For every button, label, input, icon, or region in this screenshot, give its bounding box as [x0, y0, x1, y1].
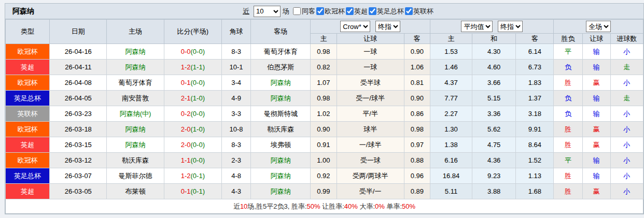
home-team-cell: 阿森纳 [107, 122, 164, 137]
filter-fa-cup[interactable]: 英足总杯 [368, 7, 404, 16]
handicap-cell: 一球 [337, 60, 404, 75]
result-cell: 胜 [554, 122, 582, 137]
filter-label[interactable]: 英超 [354, 7, 368, 16]
match-stats-panel: 阿森纳 近 10 场 同客 欧冠杯英超英足总杯英联杯 类型 日期 主场 比分(半… [5, 3, 644, 214]
avg-home-cell: 1.38 [430, 137, 472, 153]
away-team-cell: 阿森纳 [251, 184, 311, 199]
odds-home-cell: 1.00 [311, 153, 337, 168]
filter-checkbox-ucl[interactable] [316, 7, 324, 15]
handicap-cell: 受半球 [337, 75, 404, 91]
result-cell: 胜 [554, 168, 582, 184]
average-selector-cell: 平均值 终指 [430, 20, 554, 34]
score-cell: 2-0(1-0) [164, 122, 221, 137]
type-badge: 英联杯 [6, 106, 50, 122]
avg-home-cell: 6.16 [430, 153, 472, 168]
avg-draw-cell: 4.30 [472, 44, 516, 60]
filter-label[interactable]: 欧冠杯 [325, 7, 345, 16]
goals-result-cell: 小 [610, 153, 643, 168]
col-home: 主场 [107, 20, 164, 44]
halftime-score: (0-0) [191, 141, 205, 149]
summary-segment: 50% [402, 202, 415, 210]
filter-controls: 近 10 场 同客 欧冠杯英超英足总杯英联杯 [243, 4, 433, 19]
topbar: 阿森纳 近 10 场 同客 欧冠杯英超英足总杯英联杯 [5, 4, 643, 19]
filter-ucl[interactable]: 欧冠杯 [315, 7, 345, 16]
halftime-score: (0-1) [191, 172, 205, 180]
same-away-checkbox[interactable] [293, 7, 301, 15]
avg-away-cell: 1.83 [516, 75, 554, 91]
away-team-cell: 阿森纳 [251, 75, 311, 91]
filter-checkbox-league-cup[interactable] [405, 7, 413, 15]
summary-segment: 40% [344, 202, 358, 210]
avg-home-cell: 1.53 [430, 44, 472, 60]
bookmaker-select[interactable]: Crow* [340, 21, 370, 32]
odds-away-cell: 0.88 [404, 153, 430, 168]
type-badge: 英超 [6, 137, 50, 153]
handicap-result-cell: 赢 [582, 184, 610, 199]
result-cell: 胜 [554, 137, 582, 153]
filter-label[interactable]: 英联杯 [413, 7, 433, 16]
col-type: 类型 [6, 20, 50, 44]
avg-away-cell: 1.37 [516, 91, 554, 106]
filter-epl[interactable]: 英超 [345, 7, 368, 16]
handicap-cell: 受一球 [337, 153, 404, 168]
avg-home-cell: 16.84 [430, 168, 472, 184]
scope-select[interactable]: 全场 [586, 21, 611, 32]
average-select[interactable]: 平均值 [461, 21, 493, 32]
avg-away-cell: 1.68 [516, 184, 554, 199]
recent-count-select[interactable]: 10 [254, 6, 281, 17]
avg-home-cell: 2.27 [430, 106, 472, 122]
col-avg-home: 主 [430, 34, 472, 44]
away-team-cell: 勒沃库森 [251, 122, 311, 137]
corners-cell: 4-9 [222, 91, 251, 106]
result-cell: 胜 [554, 184, 582, 199]
odds-home-cell: 0.92 [311, 168, 337, 184]
bookmaker-stage-select[interactable]: 终指 [375, 21, 400, 32]
table-row: 英超 26-03-15 阿森纳 2-0(0-0) 8-3 埃弗顿 0.91 一/… [6, 137, 643, 153]
col-odds-away: 客 [404, 34, 430, 44]
handicap-cell: 一/球半 [337, 137, 404, 153]
col-corners: 角球 [222, 20, 251, 44]
away-team-cell: 伯恩茅斯 [251, 60, 311, 75]
score-cell: 2-1(1-0) [164, 91, 221, 106]
halftime-score: (0-0) [191, 79, 205, 86]
avg-home-cell: 1.30 [430, 122, 472, 137]
same-away-label[interactable]: 同客 [302, 7, 315, 16]
handicap-result-cell: 输 [582, 44, 610, 60]
table-row: 英足总杯 26-03-07 曼斯菲尔德 1-2(0-1) 4-8 阿森纳 0.9… [6, 168, 643, 184]
type-badge: 英足总杯 [6, 168, 50, 184]
average-stage-select[interactable]: 终指 [498, 21, 523, 32]
matches-table: 类型 日期 主场 比分(半场) 角球 客场 Crow* 终指 平均值 终指 全场 [5, 19, 643, 214]
corners-cell: 10-1 [222, 60, 251, 75]
filter-checkbox-epl[interactable] [346, 7, 354, 15]
filter-league-cup[interactable]: 英联杯 [404, 7, 433, 16]
odds-home-cell: 0.98 [311, 91, 337, 106]
date-cell: 26-03-15 [50, 137, 107, 153]
score-cell: 1-1(0-0) [164, 153, 221, 168]
odds-away-cell: 0.90 [404, 91, 430, 106]
summary-footer: 近10场,胜5平2负3, 胜率:50% 让胜率:40% 大率:0% 单率:50% [6, 199, 643, 214]
odds-home-cell: 0.90 [311, 122, 337, 137]
table-row: 欧冠杯 26-03-18 阿森纳 2-0(1-0) 10-8 勒沃库森 0.90… [6, 122, 643, 137]
halftime-score: (1-1) [191, 63, 205, 71]
type-badge: 欧冠杯 [6, 75, 50, 91]
odds-away-cell: 0.89 [404, 184, 430, 199]
fulltime-score: 0-0 [181, 48, 191, 55]
type-badge: 欧冠杯 [6, 153, 50, 168]
col-avg-draw: 和 [472, 34, 516, 44]
filter-label[interactable]: 英足总杯 [377, 7, 404, 16]
odds-home-cell: 1.02 [311, 106, 337, 122]
competition-filters: 欧冠杯英超英足总杯英联杯 [315, 7, 433, 16]
away-team-cell: 葡萄牙体育 [251, 44, 311, 60]
score-cell: 0-1(0-1) [164, 184, 221, 199]
halftime-score: (1-0) [191, 125, 205, 133]
avg-away-cell: 6.73 [516, 60, 554, 75]
away-team-cell: 曼彻斯特城 [251, 106, 311, 122]
filter-checkbox-fa-cup[interactable] [369, 7, 376, 15]
recent-link[interactable]: 近 [243, 7, 249, 16]
fulltime-score: 0-2 [181, 110, 191, 118]
score-cell: 0-2(0-0) [164, 106, 221, 122]
avg-away-cell: 3.18 [516, 106, 554, 122]
date-cell: 26-03-05 [50, 184, 107, 199]
summary-segment: 大率: [358, 202, 375, 210]
date-cell: 26-03-18 [50, 122, 107, 137]
